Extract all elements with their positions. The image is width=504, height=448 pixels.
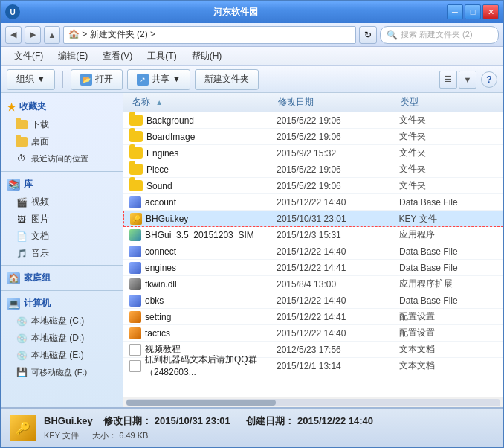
- sidebar-item-recent[interactable]: ⏱ 最近访问的位置: [1, 150, 123, 167]
- file-row[interactable]: tactics 2015/12/22 14:40 配置设置: [123, 325, 503, 342]
- file-name-text: BHGui_3.5_20151203_SIM: [145, 230, 254, 240]
- sidebar-item-removable-f[interactable]: 💾 可移动磁盘 (F:): [1, 364, 123, 380]
- file-row[interactable]: connect 2015/12/22 14:40 Data Base File: [123, 243, 503, 260]
- toolbar-divider: [62, 71, 63, 88]
- menu-edit[interactable]: 编辑(E): [51, 48, 95, 65]
- view-dropdown-button[interactable]: ▼: [459, 71, 476, 89]
- share-button[interactable]: ↗ 共享 ▼: [127, 69, 190, 90]
- doc-icon: 📄: [16, 231, 28, 243]
- file-row[interactable]: account 2015/12/22 14:40 Data Base File: [123, 194, 503, 211]
- library-header[interactable]: 📚 库: [1, 175, 123, 193]
- help-button[interactable]: ?: [481, 71, 497, 88]
- share-label: 共享 ▼: [152, 73, 181, 86]
- file-row[interactable]: Engines 2015/9/2 15:32 文件夹: [123, 145, 503, 161]
- refresh-icon: ↻: [364, 30, 372, 40]
- col-header-name[interactable]: 名称 ▲: [129, 95, 275, 110]
- homegroup-header[interactable]: 🏠 家庭组: [1, 269, 123, 287]
- favorites-header[interactable]: ★ 收藏夹: [1, 97, 123, 116]
- sidebar-item-download[interactable]: 下载: [1, 116, 123, 133]
- title-buttons: ─ □ ✕: [447, 4, 499, 19]
- open-button[interactable]: 📂 打开: [71, 69, 123, 90]
- computer-icon: 💻: [7, 298, 20, 310]
- sidebar-item-local-c[interactable]: 💿 本地磁盘 (C:): [1, 313, 123, 330]
- file-date-cell: 2015/5/22 19:06: [277, 132, 399, 142]
- sidebar-item-music[interactable]: 🎵 音乐: [1, 245, 123, 262]
- favorites-section: ★ 收藏夹 下载 桌面 ⏱ 最近访问的位置: [1, 97, 123, 167]
- file-date-cell: 2015/5/22 19:06: [277, 164, 399, 175]
- sidebar-item-local-e[interactable]: 💿 本地磁盘 (E:): [1, 347, 123, 364]
- back-button[interactable]: ◀: [5, 26, 22, 44]
- file-date-cell: 2015/5/22 19:06: [277, 115, 399, 126]
- sidebar-item-local-d[interactable]: 💿 本地磁盘 (D:): [1, 330, 123, 347]
- file-row[interactable]: obks 2015/12/22 14:40 Data Base File: [123, 292, 503, 309]
- new-folder-button[interactable]: 新建文件夹: [195, 69, 259, 90]
- scroll-track: [126, 399, 500, 406]
- download-folder-icon: [16, 119, 28, 131]
- file-name-cell: Engines: [129, 147, 277, 159]
- local-d-label: 本地磁盘 (D:): [31, 332, 84, 345]
- sidebar-item-doc[interactable]: 📄 文档: [1, 228, 123, 245]
- file-name-text: setting: [145, 312, 171, 322]
- favorites-label: 收藏夹: [19, 100, 46, 113]
- file-name-cell: Sound: [129, 180, 277, 191]
- sidebar-item-desktop[interactable]: 桌面: [1, 133, 123, 150]
- computer-label: 计算机: [24, 297, 51, 310]
- menu-help[interactable]: 帮助(H): [184, 48, 230, 65]
- file-type-cell: Data Base File: [399, 295, 497, 306]
- view-toggle-button[interactable]: ☰: [439, 71, 457, 89]
- library-section: 📚 库 🎬 视频 🖼 图片 📄 文档 🎵 音乐: [1, 171, 123, 262]
- file-name-cell: Piece: [129, 164, 277, 175]
- column-headers: 名称 ▲ 修改日期 类型: [123, 93, 503, 112]
- status-filename: BHGui.key 修改日期： 2015/10/31 23:01 创建日期： 2…: [44, 415, 373, 428]
- file-date-cell: 2015/12/22 14:40: [277, 246, 399, 257]
- status-name-text: BHGui.key: [44, 415, 93, 426]
- file-type-cell: 文件夹: [399, 163, 497, 176]
- file-name-text: engines: [145, 263, 176, 273]
- address-path[interactable]: 🏠 > 新建文件夹 (2) >: [63, 26, 356, 44]
- file-date-cell: 2015/10/31 23:01: [277, 214, 398, 224]
- file-row[interactable]: Sound 2015/5/22 19:06 文件夹: [123, 178, 503, 194]
- refresh-button[interactable]: ↻: [359, 26, 377, 44]
- menu-file[interactable]: 文件(F): [7, 48, 51, 65]
- main-window: U 河东软件园 ─ □ ✕ ◀ ▶ ▲ 🏠 > 新建文件夹 (2) > ↻ 🔍 …: [0, 0, 504, 448]
- file-area: 名称 ▲ 修改日期 类型 Background 2015/5/22 19:06 …: [123, 93, 503, 407]
- file-date-cell: 2015/12/1 13:14: [277, 361, 399, 371]
- col-header-date[interactable]: 修改日期: [275, 95, 398, 110]
- organize-button[interactable]: 组织 ▼: [7, 69, 55, 90]
- computer-header[interactable]: 💻 计算机: [1, 294, 123, 313]
- search-box[interactable]: 🔍 搜索 新建文件夹 (2): [380, 26, 499, 44]
- file-date-cell: 2015/9/2 15:32: [277, 148, 399, 159]
- disk-d-icon: 💿: [16, 333, 28, 345]
- close-button[interactable]: ✕: [482, 4, 499, 19]
- maximize-button[interactable]: □: [465, 4, 481, 19]
- file-row[interactable]: Piece 2015/5/22 19:06 文件夹: [123, 161, 503, 178]
- sidebar-item-photo[interactable]: 🖼 图片: [1, 211, 123, 228]
- toolbar: 组织 ▼ 📂 打开 ↗ 共享 ▼ 新建文件夹 ☰ ▼ ?: [1, 66, 503, 93]
- local-c-label: 本地磁盘 (C:): [31, 315, 84, 327]
- sidebar-item-video[interactable]: 🎬 视频: [1, 193, 123, 211]
- menu-view[interactable]: 查看(V): [95, 48, 140, 65]
- file-row[interactable]: setting 2015/12/22 14:41 配置设置: [123, 309, 503, 325]
- file-row[interactable]: BHGui_3.5_20151203_SIM 2015/12/3 15:31 应…: [123, 227, 503, 243]
- menu-tools[interactable]: 工具(T): [140, 48, 184, 65]
- folder-icon: [129, 147, 143, 159]
- window-title: 河东软件园: [25, 6, 447, 19]
- minimize-button[interactable]: ─: [447, 4, 463, 19]
- file-row[interactable]: Background 2015/5/22 19:06 文件夹: [123, 112, 503, 129]
- up-button[interactable]: ▲: [44, 26, 60, 44]
- horizontal-scrollbar[interactable]: [123, 397, 503, 407]
- forward-button[interactable]: ▶: [25, 26, 41, 44]
- col-header-type[interactable]: 类型: [398, 95, 497, 110]
- file-row[interactable]: engines 2015/12/22 14:41 Data Base File: [123, 260, 503, 276]
- file-date-cell: 2015/12/22 14:40: [277, 328, 399, 339]
- file-row[interactable]: 抓到机器码文本后请加QQ群（2482603... 2015/12/1 13:14…: [123, 358, 503, 374]
- file-name-text: Sound: [146, 181, 172, 191]
- file-row[interactable]: 🔑 BHGui.key 2015/10/31 23:01 KEY 文件: [123, 211, 503, 227]
- music-label: 音乐: [31, 247, 49, 260]
- file-type-cell: 文件夹: [399, 114, 497, 127]
- file-row[interactable]: fkwin.dll 2015/8/4 13:00 应用程序扩展: [123, 276, 503, 292]
- folder-icon: [129, 180, 143, 191]
- file-row[interactable]: BoardImage 2015/5/22 19:06 文件夹: [123, 129, 503, 145]
- file-name-text: 抓到机器码文本后请加QQ群（2482603...: [145, 353, 277, 379]
- file-date-cell: 2015/12/22 14:40: [277, 295, 399, 306]
